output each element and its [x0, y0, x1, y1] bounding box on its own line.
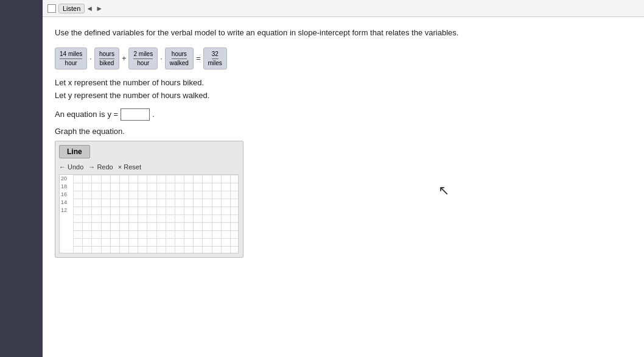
chip-hours-biked: hours biked — [94, 48, 119, 69]
line-button[interactable]: Line — [59, 145, 90, 158]
grid-line-v — [156, 175, 157, 253]
grid-line-v — [138, 175, 138, 253]
top-bar: Listen ◄ ► — [43, 0, 644, 17]
graph-container: Line ← Undo → Redo × Reset 2018161412 — [55, 141, 243, 258]
instruction-text: Use the defined variables for the verbal… — [55, 27, 632, 39]
y-axis-label: 14 — [61, 199, 67, 205]
equation-prefix: An equation is — [55, 110, 105, 119]
grid-line-v — [230, 175, 231, 253]
redo-button[interactable]: → Redo — [88, 163, 113, 171]
listen-label: Listen — [63, 5, 80, 12]
x-definition: Let x represent the number of hours bike… — [55, 78, 632, 87]
undo-button[interactable]: ← Undo — [59, 163, 83, 171]
grid-line-h — [73, 207, 238, 207]
grid-line-v — [175, 175, 175, 253]
y-definition: Let y represent the number of hours walk… — [55, 91, 632, 100]
chip5-bottom: miles — [208, 59, 222, 67]
graph-actions: ← Undo → Redo × Reset — [59, 162, 239, 172]
reset-button[interactable]: × Reset — [118, 163, 141, 171]
checkbox-icon[interactable] — [47, 4, 56, 13]
graph-label: Graph the equation. — [55, 127, 632, 136]
grid-line-v — [184, 175, 184, 253]
nav-back-button[interactable]: ◄ — [85, 4, 94, 13]
listen-button[interactable]: Listen — [58, 4, 85, 13]
left-sidebar — [0, 0, 43, 357]
grid-line-v — [212, 175, 212, 253]
nav-forward-button[interactable]: ► — [94, 4, 104, 13]
chip1-bottom: hour — [65, 59, 77, 67]
grid-line-h — [73, 191, 238, 191]
grid-line-v — [221, 175, 222, 253]
grid-line-v — [101, 175, 102, 253]
equation-line: An equation is y = . — [55, 108, 632, 121]
y-axis-label: 18 — [61, 183, 67, 189]
grid-line-h — [73, 175, 238, 175]
grid-line-v — [110, 175, 111, 253]
grid-line-v — [128, 175, 129, 253]
chip-32-miles: 32 miles — [203, 48, 227, 69]
grid-line-v — [166, 175, 166, 253]
op1: · — [89, 54, 92, 63]
content-area: Use the defined variables for the verbal… — [43, 17, 644, 267]
grid-line-h — [73, 246, 238, 247]
chip-hours-walked: hours walked — [165, 48, 194, 69]
grid-line-h — [73, 230, 238, 231]
y-axis-label: 12 — [61, 207, 67, 213]
grid-line-h — [73, 214, 238, 215]
y-equals: y = — [107, 110, 118, 119]
grid-line-v — [73, 175, 74, 253]
chip4-top: hours — [172, 50, 187, 59]
chip5-top: 32 — [212, 50, 219, 59]
graph-toolbar: Line — [59, 145, 239, 158]
chip-miles-per-hour: 14 miles hour — [55, 48, 87, 69]
y-axis-label: 20 — [61, 175, 67, 182]
answer-input-box[interactable] — [121, 108, 150, 121]
equation-chips: 14 miles hour · hours biked + 2 miles ho… — [55, 48, 632, 69]
chip4-bottom: walked — [170, 59, 189, 67]
chip1-top: 14 miles — [60, 50, 82, 59]
graph-grid[interactable]: 2018161412 — [59, 174, 239, 253]
chip2-bottom: biked — [99, 59, 114, 67]
op3: · — [160, 54, 163, 63]
chip-2miles-per-hour: 2 miles hour — [128, 48, 158, 69]
chip3-bottom: hour — [137, 59, 149, 67]
grid-line-v — [82, 175, 83, 253]
grid-line-h — [73, 222, 238, 223]
grid-line-h — [73, 183, 238, 183]
y-axis-label: 16 — [61, 191, 67, 197]
chip2-top: hours — [99, 50, 114, 59]
period: . — [152, 110, 155, 119]
op2: + — [122, 54, 127, 63]
equals-sign: = — [196, 54, 201, 63]
grid-line-v — [147, 175, 147, 253]
grid-line-v — [193, 175, 194, 253]
grid-line-h — [73, 238, 238, 239]
grid-line-v — [202, 175, 203, 253]
grid-line-v — [91, 175, 92, 253]
chip3-top: 2 miles — [133, 50, 153, 59]
grid-line-v — [119, 175, 120, 253]
main-content: Listen ◄ ► Use the defined variables for… — [43, 0, 644, 357]
grid-line-h — [73, 199, 238, 199]
